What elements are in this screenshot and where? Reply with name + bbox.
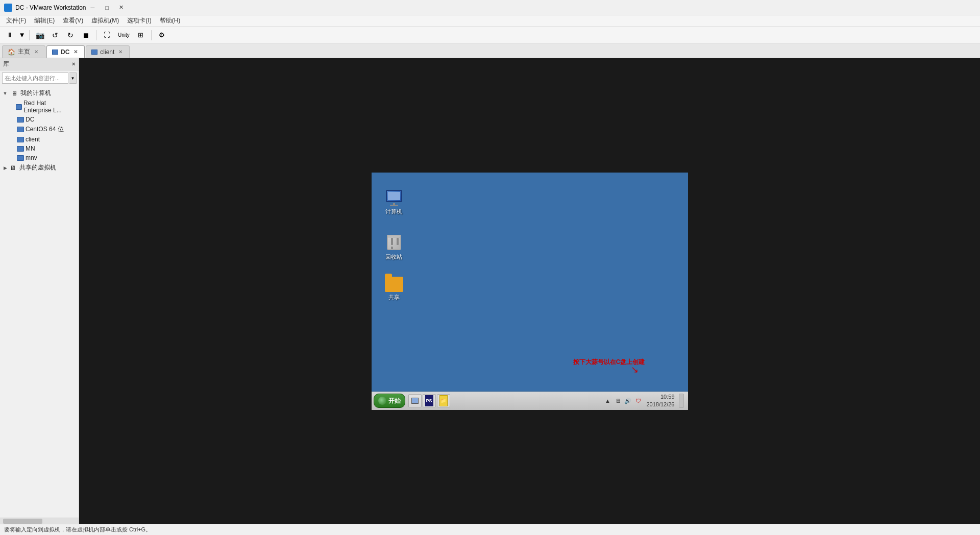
folder-icon: [385, 277, 403, 292]
shared-icon: 🖥: [10, 164, 18, 172]
tray-shield[interactable]: 🛡: [634, 397, 642, 405]
tray-volume[interactable]: 🔊: [624, 397, 632, 405]
sidebar-header: 库 ✕: [0, 58, 79, 70]
search-input[interactable]: [2, 72, 68, 84]
capture-button[interactable]: 📷: [33, 29, 46, 42]
tab-dc-close[interactable]: ✕: [72, 48, 79, 56]
recycle-lid: [387, 235, 401, 237]
unity-button[interactable]: Unity: [115, 29, 132, 42]
sidebar-item-redhat-label: Red Hat Enterprise L...: [23, 100, 76, 114]
powershell-taskbar-icon: PS: [425, 395, 433, 406]
taskbar-btn-1[interactable]: [408, 394, 422, 407]
tab-home[interactable]: 🏠 主页 ✕: [2, 45, 45, 58]
status-bar: 要将输入定向到虚拟机，请在虚拟机内部单击或按 Ctrl+G。: [0, 524, 980, 535]
clock-time: 10:59: [660, 393, 675, 401]
camera-icon: 📷: [36, 31, 44, 39]
recycle-bin-icon: [385, 233, 403, 252]
taskbar-btn-ps[interactable]: PS: [423, 394, 436, 407]
search-box: ▼: [0, 70, 79, 86]
status-text: 要将输入定向到虚拟机，请在虚拟机内部单击或按 Ctrl+G。: [4, 526, 151, 533]
tab-client[interactable]: client ✕: [86, 45, 130, 58]
expand-mn: [9, 145, 15, 152]
recycle-line-2: [397, 238, 399, 245]
sidebar-item-mn[interactable]: MN: [0, 144, 79, 153]
computer-icon: 🖥: [10, 90, 19, 97]
menu-bar: 文件(F) 编辑(E) 查看(V) 虚拟机(M) 选项卡(I) 帮助(H): [0, 15, 980, 27]
vm-screen[interactable]: 计算机 回收站 共享: [372, 173, 688, 410]
minimize-button[interactable]: ─: [86, 3, 99, 13]
vm-icon-dc: [17, 117, 24, 123]
menu-edit[interactable]: 编辑(E): [30, 15, 59, 26]
system-clock[interactable]: 10:59 2018/12/26: [644, 393, 676, 409]
vm-icon-redhat: [16, 104, 22, 110]
revert-button[interactable]: ↺: [48, 29, 62, 42]
menu-tabs[interactable]: 选项卡(I): [123, 15, 155, 26]
sidebar-item-redhat[interactable]: Red Hat Enterprise L...: [0, 99, 79, 115]
extra-icon: ⊞: [138, 31, 143, 39]
start-orb: [378, 397, 386, 405]
settings-button[interactable]: ⚙: [155, 29, 168, 42]
vm-icon-centos64: [17, 127, 24, 132]
sidebar-horizontal-scrollbar[interactable]: [0, 518, 79, 524]
share-icon-label: 共享: [388, 294, 400, 301]
title-bar: DC - VMware Workstation ─ □ ✕: [0, 0, 980, 15]
sidebar-item-shared[interactable]: ▶ 🖥 共享的虚拟机: [0, 162, 79, 173]
vm-area[interactable]: 计算机 回收站 共享: [79, 58, 980, 524]
menu-help[interactable]: 帮助(H): [156, 15, 185, 26]
sidebar: 库 ✕ ▼ ▼ 🖥 我的计算机 Red Hat: [0, 58, 79, 524]
fullscreen-button[interactable]: ⛶: [100, 29, 113, 42]
expand-client: [9, 136, 15, 142]
tray-network[interactable]: 🖥: [614, 397, 622, 405]
expand-my-computer[interactable]: ▼: [2, 90, 8, 96]
tab-home-label: 主页: [18, 47, 30, 56]
search-dropdown[interactable]: ▼: [69, 72, 77, 84]
sidebar-item-my-computer[interactable]: ▼ 🖥 我的计算机: [0, 88, 79, 99]
suspend-button[interactable]: ⏹: [79, 29, 92, 42]
menu-view[interactable]: 查看(V): [59, 15, 87, 26]
expand-shared[interactable]: ▶: [2, 165, 8, 171]
start-button[interactable]: 开始: [374, 394, 405, 408]
desktop-icon-computer[interactable]: 计算机: [379, 188, 409, 217]
vm-icon-mnv: [17, 155, 24, 161]
vm-icon-client: [17, 137, 24, 142]
sidebar-close[interactable]: ✕: [71, 61, 76, 67]
window-title: DC - VMware Workstation: [15, 4, 86, 11]
pause-button[interactable]: ⏸: [3, 29, 16, 42]
desktop-icon-recycle[interactable]: 回收站: [379, 231, 409, 263]
recycle-line-3: [391, 247, 393, 250]
tab-bar: 🏠 主页 ✕ DC ✕ client ✕: [0, 44, 980, 58]
fullscreen-icon: ⛶: [104, 31, 110, 39]
sidebar-item-dc-label: DC: [26, 116, 34, 123]
sidebar-item-centos64[interactable]: CentOS 64 位: [0, 124, 79, 135]
close-button[interactable]: ✕: [114, 3, 128, 13]
network-taskbar-icon: [411, 398, 419, 404]
forward-icon: ↻: [67, 31, 74, 39]
annotation-arrow: ↘: [631, 364, 639, 375]
tray-arrow[interactable]: ▲: [603, 397, 611, 405]
maximize-button[interactable]: □: [100, 3, 113, 13]
monitor: [386, 190, 402, 202]
pause-dropdown[interactable]: ▼: [18, 29, 26, 42]
app-icon: [4, 4, 12, 12]
computer-icon-label: 计算机: [385, 208, 402, 215]
tab-client-close[interactable]: ✕: [117, 48, 124, 56]
monitor-base: [390, 205, 398, 206]
taskbar-btn-fm[interactable]: 📁: [437, 394, 450, 407]
sidebar-item-client[interactable]: client: [0, 135, 79, 144]
vm-taskbar[interactable]: 开始 PS 📁 ▲ 🖥 🔊 🛡: [372, 392, 688, 410]
extra-button[interactable]: ⊞: [134, 29, 148, 42]
menu-file[interactable]: 文件(F): [2, 15, 30, 26]
show-desktop-button[interactable]: [679, 394, 684, 408]
sidebar-item-dc[interactable]: DC: [0, 115, 79, 124]
sidebar-title: 库: [3, 60, 9, 68]
sidebar-item-mnv[interactable]: mnv: [0, 153, 79, 162]
tab-home-close[interactable]: ✕: [33, 48, 40, 56]
recycle-lines: [390, 238, 400, 247]
tab-dc[interactable]: DC ✕: [46, 45, 85, 58]
sidebar-item-my-computer-label: 我的计算机: [20, 89, 51, 98]
menu-vm[interactable]: 虚拟机(M): [87, 15, 123, 26]
toolbar: ⏸ ▼ 📷 ↺ ↻ ⏹ ⛶ Unity ⊞ ⚙: [0, 27, 980, 44]
tab-client-label: client: [100, 48, 114, 56]
desktop-icon-share[interactable]: 共享: [379, 275, 409, 303]
forward-button[interactable]: ↻: [64, 29, 77, 42]
